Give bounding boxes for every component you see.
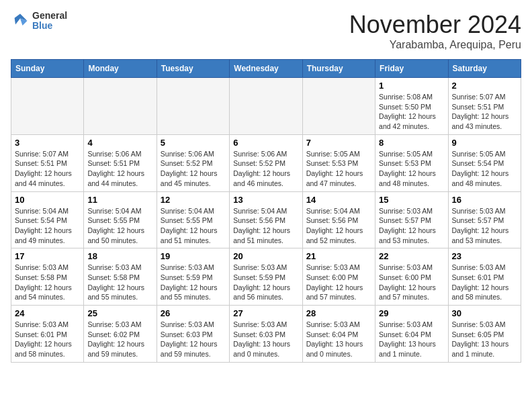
day-info: Sunrise: 5:03 AMSunset: 6:04 PMDaylight:… bbox=[306, 320, 371, 359]
calendar-cell: 4Sunrise: 5:06 AMSunset: 5:51 PMDaylight… bbox=[84, 134, 157, 191]
day-info: Sunrise: 5:03 AMSunset: 5:59 PMDaylight:… bbox=[233, 263, 298, 302]
title-block: November 2024 Yarabamba, Arequipa, Peru bbox=[349, 11, 521, 51]
calendar-cell: 11Sunrise: 5:04 AMSunset: 5:55 PMDayligh… bbox=[84, 191, 157, 248]
day-info: Sunrise: 5:03 AMSunset: 5:57 PMDaylight:… bbox=[452, 206, 517, 246]
day-info: Sunrise: 5:05 AMSunset: 5:53 PMDaylight:… bbox=[306, 149, 371, 189]
calendar-cell: 9Sunrise: 5:05 AMSunset: 5:54 PMDaylight… bbox=[448, 134, 521, 191]
calendar-cell: 30Sunrise: 5:03 AMSunset: 6:05 PMDayligh… bbox=[448, 306, 521, 363]
calendar-cell: 6Sunrise: 5:06 AMSunset: 5:52 PMDaylight… bbox=[230, 134, 302, 191]
calendar-cell: 23Sunrise: 5:03 AMSunset: 6:01 PMDayligh… bbox=[448, 248, 521, 306]
day-info: Sunrise: 5:08 AMSunset: 5:50 PMDaylight:… bbox=[379, 92, 444, 132]
day-info: Sunrise: 5:07 AMSunset: 5:51 PMDaylight:… bbox=[452, 92, 517, 132]
calendar-cell: 13Sunrise: 5:04 AMSunset: 5:56 PMDayligh… bbox=[230, 191, 302, 248]
day-info: Sunrise: 5:03 AMSunset: 6:05 PMDaylight:… bbox=[452, 320, 517, 359]
calendar-cell: 21Sunrise: 5:03 AMSunset: 6:00 PMDayligh… bbox=[302, 248, 375, 306]
week-row-4: 17Sunrise: 5:03 AMSunset: 5:58 PMDayligh… bbox=[11, 248, 521, 306]
day-info: Sunrise: 5:06 AMSunset: 5:52 PMDaylight:… bbox=[161, 149, 226, 189]
calendar-cell bbox=[11, 78, 84, 135]
day-info: Sunrise: 5:03 AMSunset: 6:03 PMDaylight:… bbox=[233, 320, 298, 359]
day-number: 26 bbox=[161, 308, 226, 318]
day-number: 10 bbox=[15, 195, 80, 205]
calendar-cell: 7Sunrise: 5:05 AMSunset: 5:53 PMDaylight… bbox=[302, 134, 375, 191]
month-title: November 2024 bbox=[349, 11, 521, 39]
location: Yarabamba, Arequipa, Peru bbox=[349, 39, 521, 51]
calendar-cell: 24Sunrise: 5:03 AMSunset: 6:01 PMDayligh… bbox=[11, 306, 84, 363]
calendar-cell: 22Sunrise: 5:03 AMSunset: 6:00 PMDayligh… bbox=[375, 248, 448, 306]
day-info: Sunrise: 5:04 AMSunset: 5:54 PMDaylight:… bbox=[15, 206, 80, 246]
day-number: 16 bbox=[452, 195, 517, 205]
day-number: 6 bbox=[233, 138, 298, 148]
calendar-cell: 12Sunrise: 5:04 AMSunset: 5:55 PMDayligh… bbox=[157, 191, 229, 248]
calendar-cell: 29Sunrise: 5:03 AMSunset: 6:04 PMDayligh… bbox=[375, 306, 448, 363]
calendar-cell: 3Sunrise: 5:07 AMSunset: 5:51 PMDaylight… bbox=[11, 134, 84, 191]
day-number: 11 bbox=[87, 195, 152, 205]
day-number: 14 bbox=[306, 195, 371, 205]
calendar-cell: 19Sunrise: 5:03 AMSunset: 5:59 PMDayligh… bbox=[157, 248, 229, 306]
calendar-cell: 16Sunrise: 5:03 AMSunset: 5:57 PMDayligh… bbox=[448, 191, 521, 248]
day-number: 30 bbox=[452, 308, 517, 318]
calendar-cell: 2Sunrise: 5:07 AMSunset: 5:51 PMDaylight… bbox=[448, 78, 521, 135]
day-number: 9 bbox=[452, 138, 517, 148]
day-info: Sunrise: 5:06 AMSunset: 5:51 PMDaylight:… bbox=[87, 149, 152, 189]
day-number: 7 bbox=[306, 138, 371, 148]
day-number: 17 bbox=[15, 251, 80, 261]
day-number: 2 bbox=[452, 81, 517, 91]
day-number: 4 bbox=[87, 138, 152, 148]
day-info: Sunrise: 5:03 AMSunset: 6:01 PMDaylight:… bbox=[452, 263, 517, 302]
day-info: Sunrise: 5:05 AMSunset: 5:53 PMDaylight:… bbox=[379, 149, 444, 189]
day-number: 1 bbox=[379, 81, 444, 91]
calendar-table: SundayMondayTuesdayWednesdayThursdayFrid… bbox=[11, 59, 521, 363]
calendar-cell: 14Sunrise: 5:04 AMSunset: 5:56 PMDayligh… bbox=[302, 191, 375, 248]
calendar-cell bbox=[157, 78, 229, 135]
day-number: 29 bbox=[379, 308, 444, 318]
day-number: 21 bbox=[306, 251, 371, 261]
day-number: 24 bbox=[15, 308, 80, 318]
calendar-cell: 10Sunrise: 5:04 AMSunset: 5:54 PMDayligh… bbox=[11, 191, 84, 248]
weekday-header-monday: Monday bbox=[84, 60, 157, 78]
day-info: Sunrise: 5:04 AMSunset: 5:56 PMDaylight:… bbox=[233, 206, 298, 246]
day-number: 15 bbox=[379, 195, 444, 205]
day-number: 3 bbox=[15, 138, 80, 148]
calendar-cell: 28Sunrise: 5:03 AMSunset: 6:04 PMDayligh… bbox=[302, 306, 375, 363]
day-info: Sunrise: 5:06 AMSunset: 5:52 PMDaylight:… bbox=[233, 149, 298, 189]
calendar-cell: 26Sunrise: 5:03 AMSunset: 6:03 PMDayligh… bbox=[157, 306, 229, 363]
day-info: Sunrise: 5:03 AMSunset: 6:03 PMDaylight:… bbox=[161, 320, 226, 359]
weekday-header-sunday: Sunday bbox=[11, 60, 84, 78]
calendar-cell: 17Sunrise: 5:03 AMSunset: 5:58 PMDayligh… bbox=[11, 248, 84, 306]
calendar-cell: 1Sunrise: 5:08 AMSunset: 5:50 PMDaylight… bbox=[375, 78, 448, 135]
day-number: 19 bbox=[161, 251, 226, 261]
day-number: 28 bbox=[306, 308, 371, 318]
day-number: 25 bbox=[87, 308, 152, 318]
week-row-1: 1Sunrise: 5:08 AMSunset: 5:50 PMDaylight… bbox=[11, 78, 521, 135]
day-info: Sunrise: 5:03 AMSunset: 5:57 PMDaylight:… bbox=[379, 206, 444, 246]
logo-blue: Blue bbox=[32, 21, 67, 31]
day-info: Sunrise: 5:03 AMSunset: 5:58 PMDaylight:… bbox=[87, 263, 152, 302]
day-info: Sunrise: 5:03 AMSunset: 6:00 PMDaylight:… bbox=[379, 263, 444, 302]
day-number: 23 bbox=[452, 251, 517, 261]
calendar-cell: 18Sunrise: 5:03 AMSunset: 5:58 PMDayligh… bbox=[84, 248, 157, 306]
logo-text: General Blue bbox=[32, 11, 67, 32]
week-row-2: 3Sunrise: 5:07 AMSunset: 5:51 PMDaylight… bbox=[11, 134, 521, 191]
day-number: 8 bbox=[379, 138, 444, 148]
day-info: Sunrise: 5:03 AMSunset: 5:59 PMDaylight:… bbox=[161, 263, 226, 302]
day-info: Sunrise: 5:07 AMSunset: 5:51 PMDaylight:… bbox=[15, 149, 80, 189]
day-number: 18 bbox=[87, 251, 152, 261]
calendar-cell bbox=[84, 78, 157, 135]
day-number: 5 bbox=[161, 138, 226, 148]
week-row-3: 10Sunrise: 5:04 AMSunset: 5:54 PMDayligh… bbox=[11, 191, 521, 248]
day-info: Sunrise: 5:03 AMSunset: 6:00 PMDaylight:… bbox=[306, 263, 371, 302]
week-row-5: 24Sunrise: 5:03 AMSunset: 6:01 PMDayligh… bbox=[11, 306, 521, 363]
weekday-header-wednesday: Wednesday bbox=[230, 60, 302, 78]
logo: General Blue bbox=[11, 11, 67, 32]
calendar-cell: 15Sunrise: 5:03 AMSunset: 5:57 PMDayligh… bbox=[375, 191, 448, 248]
calendar-cell: 8Sunrise: 5:05 AMSunset: 5:53 PMDaylight… bbox=[375, 134, 448, 191]
day-info: Sunrise: 5:04 AMSunset: 5:55 PMDaylight:… bbox=[161, 206, 226, 246]
weekday-header-saturday: Saturday bbox=[448, 60, 521, 78]
weekday-header-tuesday: Tuesday bbox=[157, 60, 229, 78]
logo-icon bbox=[11, 11, 30, 30]
calendar-cell bbox=[230, 78, 302, 135]
day-number: 13 bbox=[233, 195, 298, 205]
calendar-cell: 27Sunrise: 5:03 AMSunset: 6:03 PMDayligh… bbox=[230, 306, 302, 363]
day-number: 22 bbox=[379, 251, 444, 261]
day-info: Sunrise: 5:03 AMSunset: 6:01 PMDaylight:… bbox=[15, 320, 80, 359]
